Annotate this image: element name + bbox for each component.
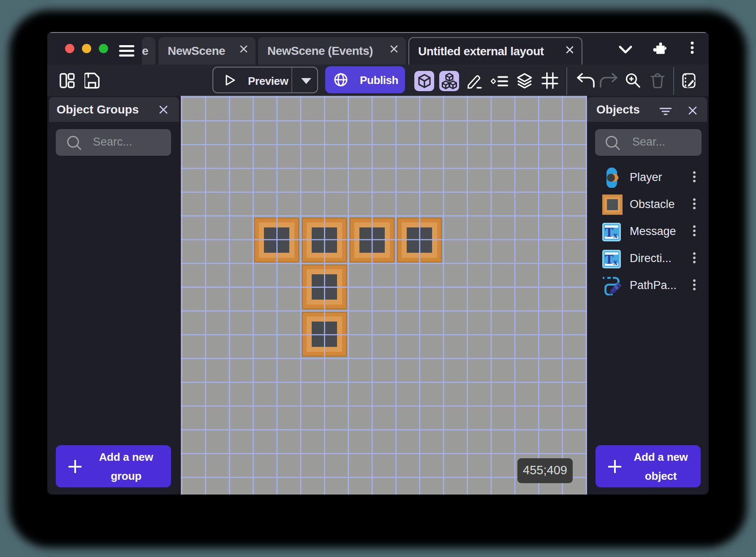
svg-text:x: x — [613, 230, 617, 240]
svg-text:T: T — [605, 252, 614, 267]
svg-text:T: T — [605, 225, 614, 240]
svg-text:x: x — [613, 257, 617, 267]
